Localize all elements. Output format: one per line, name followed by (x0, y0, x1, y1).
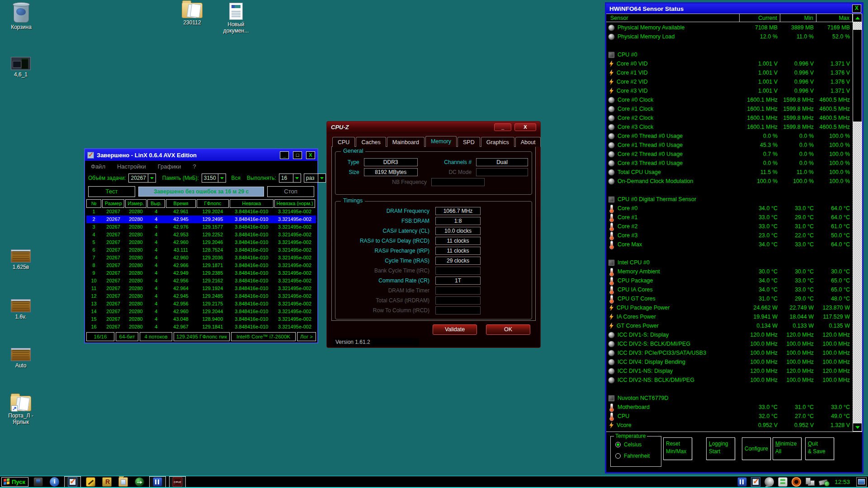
scrollbar-track[interactable] (853, 22, 862, 423)
sensor-row[interactable]: CPU GT Cores31.0 °C29.0 °C48.0 °C (606, 294, 853, 303)
sensor-row[interactable]: CPU #0 (606, 50, 853, 59)
logging-start-button[interactable]: Logging Start (706, 437, 735, 460)
tab-mainboard[interactable]: Mainboard (387, 137, 425, 147)
show-desktop-button[interactable] (856, 477, 867, 487)
chevron-down-icon[interactable] (318, 174, 326, 182)
tab-cpu[interactable]: CPU (332, 137, 355, 147)
column-header[interactable]: № (86, 199, 101, 208)
sensor-row[interactable]: Core #2 Thread #0 Usage0.7 %0.0 %100.0 % (606, 150, 853, 159)
sensor-row[interactable]: CPU Package Power24.662 W22.749 W123.870… (606, 303, 853, 312)
tab-graphics[interactable]: Graphics (481, 137, 514, 147)
tab-spd[interactable]: SPD (458, 137, 480, 147)
run-count-combo[interactable]: 16 (279, 174, 301, 183)
usb-safely-remove-icon[interactable] (818, 476, 829, 488)
sensor-row[interactable]: GT Cores Power0.134 W0.133 W0.135 W (606, 321, 853, 330)
sensor-row[interactable]: CPU #0 Digital Thermal Sensor (606, 195, 853, 204)
tab-memory[interactable]: Memory (425, 136, 457, 147)
sensor-row[interactable]: Core #1 VID1.001 V0.996 V1.376 V (606, 68, 853, 77)
info-icon[interactable] (48, 476, 61, 488)
desktop-icon-1-6v[interactable]: 1.6v. (2, 299, 40, 320)
celsius-radio[interactable]: Celsius (615, 441, 661, 448)
sensor-row[interactable]: Core Max34.0 °C33.0 °C64.0 °C (606, 240, 853, 249)
menu-help[interactable]: ? (193, 163, 196, 170)
table-row[interactable]: 122026720280442.945129.24853.848416e-010… (86, 292, 316, 300)
hwinfo-tray-icon[interactable] (737, 477, 747, 487)
chevron-down-icon[interactable] (148, 174, 156, 182)
menu-graphs[interactable]: Графики (158, 163, 181, 170)
sensor-row[interactable]: Core #2 Clock1600.1 MHz1599.8 MHz4600.5 … (606, 113, 853, 122)
desktop-icon-recycle-bin[interactable]: Корзина (2, 4, 40, 30)
table-row[interactable]: 102026720280442.956129.21623.848416e-010… (86, 277, 316, 285)
table-row[interactable]: 72026720280442.960129.20363.848416e-0103… (86, 254, 316, 262)
column-sensor[interactable]: Sensor (606, 14, 740, 22)
column-current[interactable]: Current (740, 14, 780, 22)
configure-button[interactable]: Configure (742, 437, 771, 460)
table-row[interactable]: 132026720280442.956129.21753.848416e-010… (86, 300, 316, 308)
linx-titlebar[interactable]: Завершено - LinX 0.6.4 AVX Edition _ □ X (85, 149, 317, 161)
fahrenheit-radio[interactable]: Fahrenheit (615, 453, 661, 459)
sensor-row[interactable]: Motherboard33.0 °C31.0 °C33.0 °C (606, 403, 853, 412)
close-button[interactable]: X (852, 5, 861, 13)
sensor-row[interactable]: ICC DIV1-S: Display120.0 MHz120.0 MHz120… (606, 330, 853, 339)
crane-tool-icon[interactable] (84, 476, 97, 488)
desktop-icon-folder-230112[interactable]: 230112 (173, 3, 211, 26)
test-button[interactable]: Тест (88, 186, 135, 197)
desktop-icon-1-625v[interactable]: 1.625в (2, 249, 40, 270)
sensor-row[interactable]: Physical Memory Available7108 MB3889 MB7… (606, 23, 853, 32)
cpuz-titlebar[interactable]: CPU-Z _ X (327, 122, 540, 133)
sensor-row[interactable]: Core #3 VID1.001 V0.996 V1.371 V (606, 86, 853, 95)
network-tray-icon[interactable] (805, 477, 815, 487)
column-header[interactable]: Измер. (125, 199, 146, 208)
chevron-down-icon[interactable] (218, 174, 226, 182)
table-row[interactable]: 142026720280442.960129.20443.848416e-010… (86, 308, 316, 315)
linx-taskbar-icon[interactable] (64, 476, 81, 488)
stop-button[interactable]: Стоп (267, 186, 314, 197)
table-row[interactable]: 42026720280442.953129.22523.848416e-0103… (86, 231, 316, 239)
table-row[interactable]: 112026720280442.964129.19243.848416e-010… (86, 285, 316, 292)
table-row[interactable]: 32026720280442.976129.15773.848416e-0103… (86, 223, 316, 231)
sensor-row[interactable]: CPU IA Cores34.0 °C33.0 °C65.0 °C (606, 285, 853, 294)
start-button[interactable]: Пуск (1, 477, 28, 487)
run-unit-combo[interactable]: раз (304, 174, 326, 183)
chevron-down-icon[interactable] (293, 174, 301, 182)
column-header[interactable]: Время (166, 199, 196, 208)
all-memory-label[interactable]: Вся (231, 175, 241, 181)
sensor-row[interactable]: Core #0 VID1.001 V0.996 V1.371 V (606, 59, 853, 68)
sensor-row[interactable]: Memory Ambient30.0 °C30.0 °C30.0 °C (606, 267, 853, 276)
sensor-row[interactable]: Core #0 Thread #0 Usage0.0 %0.0 %100.0 % (606, 131, 853, 141)
sensor-row[interactable]: Total CPU Usage11.5 %11.0 %100.0 % (606, 168, 853, 177)
sensor-row[interactable]: CPU32.0 °C27.0 °C49.0 °C (606, 412, 853, 421)
taskbar-clock[interactable]: 12:53 (835, 479, 850, 485)
table-row[interactable]: 152026720280443.048128.94003.848416e-010… (86, 315, 316, 323)
cpuz-taskbar-icon[interactable] (169, 476, 186, 488)
minimize-button[interactable]: _ (280, 151, 289, 159)
sensor-row[interactable]: Core #233.0 °C31.0 °C61.0 °C (606, 222, 853, 231)
sensor-row[interactable]: Core #3 Clock1600.1 MHz1599.8 MHz4600.5 … (606, 122, 853, 131)
sensor-row[interactable]: On-Demand Clock Modulation100.0 %100.0 %… (606, 177, 853, 186)
column-header[interactable]: Невязка (норм.) (274, 199, 315, 208)
realtemp-icon[interactable] (100, 476, 113, 488)
column-header[interactable]: Размер (102, 199, 124, 208)
table-row[interactable]: 162026720280442.967129.18413.848416e-010… (86, 323, 316, 331)
column-max[interactable]: Max (816, 14, 853, 22)
scroll-up-button[interactable] (853, 14, 862, 22)
table-row[interactable]: 52026720280442.960129.20463.848416e-0103… (86, 239, 316, 246)
scrollbar[interactable] (853, 14, 862, 432)
column-header[interactable]: Невязка (230, 199, 274, 208)
statusbar-segment[interactable]: Лог > (297, 332, 316, 341)
folder-taskbar-icon[interactable] (117, 476, 130, 488)
table-row[interactable]: 92026720280442.949129.23853.848416e-0103… (86, 269, 316, 277)
column-min[interactable]: Min (780, 14, 816, 22)
sensor-row[interactable]: Intel CPU #0 (606, 258, 853, 267)
satellite-dish-icon[interactable] (764, 477, 774, 487)
sensors-tray-icon[interactable] (778, 477, 788, 487)
sensor-row[interactable]: ICC DIV1-NS: Display120.0 MHz120.0 MHz12… (606, 366, 853, 375)
sensor-row[interactable]: ICC DIV3: PCIe/PCI33/SATA/USB3100.0 MHz1… (606, 348, 853, 357)
sensor-row[interactable]: Core #133.0 °C29.0 °C64.0 °C (606, 213, 853, 222)
orange-ring-icon[interactable] (792, 477, 801, 487)
close-button[interactable]: X (514, 123, 536, 131)
table-row[interactable]: 22026720280442.945129.24953.848416e-0103… (86, 216, 316, 223)
quit-save-button[interactable]: Quit & Save (805, 437, 834, 460)
sensor-row[interactable]: Physical Memory Load12.0 %11.0 %52.0 % (606, 32, 853, 41)
sensor-row[interactable]: ICC DIV2-S: BCLK/DMI/PEG100.0 MHz100.0 M… (606, 339, 853, 348)
